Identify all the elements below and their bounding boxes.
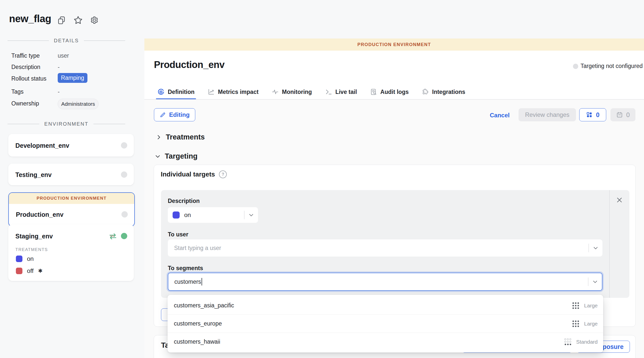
editing-label: Editing bbox=[169, 111, 189, 118]
treatments-list-heading: TREATMENTS bbox=[15, 247, 48, 252]
segment-option[interactable]: customers_hawaii Standard bbox=[168, 333, 603, 351]
pending-changes-button[interactable]: 0 bbox=[579, 108, 606, 121]
traffic-swap-icon bbox=[109, 233, 117, 240]
treatment-off-swatch bbox=[16, 268, 22, 274]
review-changes-button[interactable]: Review changes bbox=[519, 108, 576, 121]
tab-label: Monitoring bbox=[282, 89, 312, 95]
tab-integrations[interactable]: Integrations bbox=[422, 85, 465, 99]
targeting-status-note: Targeting not configured bbox=[581, 63, 643, 69]
monitoring-icon bbox=[272, 88, 279, 95]
ownership-pill: Administrators bbox=[58, 99, 99, 109]
calendar-icon bbox=[616, 112, 623, 118]
grid-icon bbox=[586, 112, 593, 118]
audit-logs-icon bbox=[370, 88, 377, 95]
detail-label: Traffic type bbox=[11, 52, 40, 59]
pencil-icon bbox=[159, 112, 166, 118]
treatment-name: on bbox=[27, 255, 34, 262]
targeting-status-dot bbox=[573, 64, 578, 69]
editing-button[interactable]: Editing bbox=[154, 108, 195, 121]
env-card-production[interactable]: PRODUCTION ENVIRONMENT Production_env bbox=[8, 192, 135, 227]
segment-size: Large bbox=[584, 321, 598, 327]
detail-label: Description bbox=[11, 64, 40, 70]
details-heading: DETAILS bbox=[54, 38, 79, 44]
tab-metrics-impact[interactable]: Metrics impact bbox=[208, 85, 259, 99]
copy-icon[interactable] bbox=[57, 16, 66, 25]
rollout-status-badge: Ramping bbox=[58, 73, 87, 83]
segment-name: customers_hawaii bbox=[174, 338, 565, 345]
tab-audit-logs[interactable]: Audit logs bbox=[370, 85, 409, 99]
production-environment-banner: PRODUCTION ENVIRONMENT bbox=[144, 39, 644, 51]
tab-label: Audit logs bbox=[380, 89, 409, 95]
to-user-input[interactable] bbox=[174, 245, 589, 252]
scheduled-changes-count: 0 bbox=[626, 111, 630, 119]
pending-changes-count: 0 bbox=[596, 111, 600, 119]
tab-definition[interactable]: Definition bbox=[157, 85, 195, 99]
segments-dropdown: customers_asia_pacific Large customers_e… bbox=[168, 295, 603, 352]
environment-section-header: ENVIRONMENT bbox=[8, 121, 125, 127]
chevron-down-icon bbox=[155, 153, 161, 159]
env-card-development[interactable]: Development_env bbox=[8, 134, 134, 157]
production-env-strip-label: PRODUCTION ENVIRONMENT bbox=[37, 196, 107, 201]
detail-label: Rollout status bbox=[11, 75, 46, 82]
env-status-dot bbox=[121, 171, 127, 178]
detail-value: - bbox=[58, 88, 60, 95]
env-name: Development_env bbox=[15, 142, 69, 149]
env-status-dot bbox=[121, 142, 127, 149]
segment-option[interactable]: customers_europe Large bbox=[168, 314, 603, 333]
gear-icon[interactable] bbox=[89, 16, 99, 25]
production-environment-banner-label: PRODUCTION ENVIRONMENT bbox=[357, 42, 431, 47]
env-status-dot-active bbox=[121, 233, 127, 239]
detail-label: Tags bbox=[11, 88, 24, 95]
targeting-section-title: Targeting bbox=[165, 152, 198, 160]
segment-name: customers_europe bbox=[174, 320, 572, 327]
rule-remove-column bbox=[609, 190, 629, 298]
individual-target-rule: Description on To user bbox=[161, 190, 629, 298]
help-icon[interactable]: ? bbox=[219, 170, 227, 178]
detail-value: user bbox=[58, 52, 69, 59]
definition-icon bbox=[157, 88, 165, 95]
chevron-down-icon bbox=[592, 245, 599, 251]
treatment-row-off: off ✱ bbox=[16, 267, 43, 274]
treatment-select[interactable]: on bbox=[168, 207, 258, 223]
env-card-staging[interactable]: Staging_env TREATMENTS on off ✱ bbox=[8, 225, 134, 281]
chevron-down-icon bbox=[592, 278, 598, 285]
tab-label: Live tail bbox=[335, 89, 357, 95]
large-segment-icon bbox=[572, 320, 579, 327]
standard-segment-icon bbox=[565, 339, 571, 345]
to-segments-combobox[interactable]: customers bbox=[168, 273, 602, 291]
live-tail-icon bbox=[325, 88, 332, 95]
large-segment-icon bbox=[572, 302, 579, 309]
treatment-on-swatch bbox=[16, 256, 22, 262]
tab-bar: Definition Metrics impact bbox=[144, 85, 644, 100]
treatment-select-value: on bbox=[184, 211, 244, 219]
page-title: new_flag bbox=[9, 13, 51, 24]
treatment-name: off bbox=[27, 267, 34, 274]
segment-name: customers_asia_pacific bbox=[174, 302, 572, 309]
to-user-combobox[interactable] bbox=[168, 239, 602, 257]
to-user-label: To user bbox=[168, 231, 188, 238]
text-cursor bbox=[202, 278, 202, 285]
segment-size: Standard bbox=[576, 339, 598, 345]
scheduled-changes-button[interactable]: 0 bbox=[610, 108, 635, 121]
env-name: Staging_env bbox=[15, 233, 53, 240]
targeting-section-toggle[interactable]: Targeting bbox=[155, 152, 198, 160]
default-treatment-icon: ✱ bbox=[38, 268, 43, 274]
cancel-button[interactable]: Cancel bbox=[490, 112, 510, 119]
individual-targets-header: Individual targets ? bbox=[161, 170, 227, 178]
tab-monitoring[interactable]: Monitoring bbox=[272, 85, 312, 99]
segment-option[interactable]: customers_asia_pacific Large bbox=[168, 297, 603, 314]
chevron-down-icon bbox=[248, 212, 254, 218]
to-segments-label: To segments bbox=[168, 265, 203, 272]
star-icon[interactable] bbox=[73, 15, 83, 25]
env-status-dot bbox=[121, 211, 128, 218]
treatments-section-toggle[interactable]: Treatments bbox=[156, 133, 205, 141]
environment-title: Production_env bbox=[154, 59, 224, 70]
treatments-section-title: Treatments bbox=[166, 133, 205, 141]
tab-live-tail[interactable]: Live tail bbox=[325, 85, 357, 99]
individual-targets-heading: Individual targets bbox=[161, 170, 215, 178]
env-name: Testing_env bbox=[15, 171, 52, 178]
to-segments-input-value[interactable]: customers bbox=[174, 278, 201, 285]
env-card-testing[interactable]: Testing_env bbox=[8, 164, 134, 185]
close-icon[interactable] bbox=[616, 197, 623, 203]
detail-value: - bbox=[58, 64, 60, 70]
